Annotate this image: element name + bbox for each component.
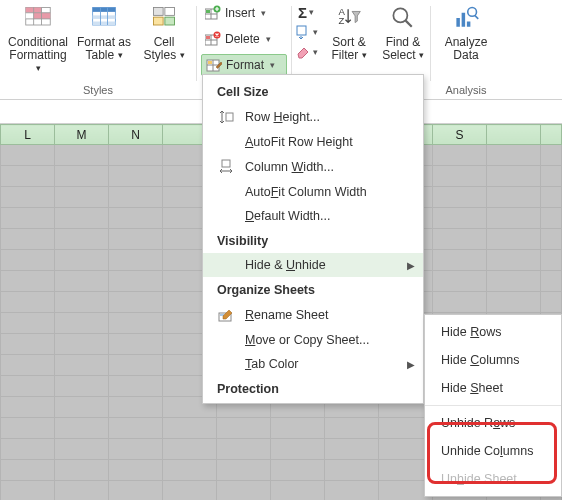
col-N[interactable]: N (109, 125, 163, 145)
label: AutoFit Column Width (245, 185, 367, 199)
chevron-down-icon: ▾ (270, 60, 275, 70)
sigma-icon: Σ (298, 4, 307, 21)
svg-rect-17 (165, 8, 175, 16)
menu-tab-color[interactable]: Tab Color ▶ (203, 352, 423, 376)
label: Hide Rows (441, 325, 501, 339)
fill-button[interactable]: ▾ (294, 22, 318, 42)
submenu-hide-sheet[interactable]: Hide Sheet (425, 374, 561, 402)
analyze-data-button[interactable]: AnalyzeData (437, 2, 495, 64)
eraser-icon (295, 44, 311, 60)
label: Insert (225, 6, 255, 20)
menu-header-organize: Organize Sheets (203, 277, 423, 302)
menu-row-height[interactable]: Row Height... (203, 104, 423, 130)
insert-button[interactable]: Insert ▾ (201, 2, 287, 24)
label: Hide & Unhide (245, 258, 326, 272)
submenu-hide-columns[interactable]: Hide Columns (425, 346, 561, 374)
format-as-table-button[interactable]: Format asTable ▾ (73, 2, 135, 64)
label: Unhide Columns (441, 444, 533, 458)
col-S[interactable]: S (433, 125, 487, 145)
svg-rect-23 (206, 10, 210, 13)
delete-cells-icon (205, 31, 221, 47)
svg-rect-40 (467, 22, 471, 27)
col-M[interactable]: M (55, 125, 109, 145)
format-as-table-icon (90, 4, 118, 32)
column-width-icon (217, 159, 235, 175)
col-blank[interactable] (541, 125, 562, 145)
menu-hide-unhide[interactable]: Hide & Unhide ▶ (203, 253, 423, 277)
label: AnalyzeData (445, 35, 488, 62)
svg-rect-5 (42, 13, 51, 19)
svg-text:Z: Z (339, 15, 345, 26)
menu-default-width[interactable]: Default Width... (203, 204, 423, 228)
svg-rect-38 (456, 18, 460, 27)
format-menu: Cell Size Row Height... AutoFit Row Heig… (202, 74, 424, 404)
label: Column Width... (245, 160, 334, 174)
label: Format asTable (77, 35, 131, 62)
submenu-unhide-columns[interactable]: Unhide Columns (425, 437, 561, 465)
label: Rename Sheet (245, 308, 328, 322)
label: ConditionalFormatting (8, 35, 68, 62)
find-select-button[interactable]: Find &Select ▾ (378, 2, 428, 64)
menu-autofit-row[interactable]: AutoFit Row Height (203, 130, 423, 154)
menu-rename-sheet[interactable]: Rename Sheet (203, 302, 423, 328)
row-height-icon (217, 109, 235, 125)
svg-rect-13 (93, 22, 116, 26)
svg-rect-34 (297, 26, 306, 35)
menu-header-protection: Protection (203, 376, 423, 401)
find-icon (389, 4, 417, 32)
submenu-arrow-icon: ▶ (407, 260, 415, 271)
label: CellStyles (143, 35, 176, 62)
col-L[interactable]: L (1, 125, 55, 145)
conditional-formatting-button[interactable]: ConditionalFormatting ▾ (7, 2, 69, 77)
menu-header-cell-size: Cell Size (203, 79, 423, 104)
label: Hide Columns (441, 353, 520, 367)
chevron-down-icon: ▾ (261, 8, 266, 18)
svg-rect-28 (206, 36, 210, 39)
menu-column-width[interactable]: Column Width... (203, 154, 423, 180)
analysis-group-label: Analysis (446, 83, 487, 99)
sort-filter-button[interactable]: AZ Sort &Filter ▾ (324, 2, 374, 64)
cell-styles-icon (150, 4, 178, 32)
label: Unhide Rows (441, 416, 515, 430)
svg-rect-3 (26, 13, 34, 19)
label: Find &Select (382, 35, 420, 62)
delete-button[interactable]: Delete ▾ (201, 28, 287, 50)
svg-rect-2 (34, 8, 42, 13)
submenu-unhide-rows[interactable]: Unhide Rows (425, 409, 561, 437)
hide-unhide-submenu: Hide Rows Hide Columns Hide Sheet Unhide… (424, 314, 562, 497)
svg-rect-4 (34, 13, 42, 19)
svg-rect-33 (208, 61, 212, 64)
submenu-hide-rows[interactable]: Hide Rows (425, 318, 561, 346)
label: Hide Sheet (441, 381, 503, 395)
chevron-down-icon: ▾ (309, 7, 314, 17)
label: Delete (225, 32, 260, 46)
col-blank[interactable] (487, 125, 541, 145)
clear-button[interactable]: ▾ (294, 42, 318, 62)
format-button[interactable]: Format ▾ (201, 54, 287, 76)
submenu-arrow-icon: ▶ (407, 359, 415, 370)
label: Tab Color (245, 357, 299, 371)
svg-point-37 (393, 8, 407, 22)
cell-styles-button[interactable]: CellStyles ▾ (139, 2, 189, 64)
conditional-formatting-icon (24, 4, 52, 32)
menu-move-copy[interactable]: Move or Copy Sheet... (203, 328, 423, 352)
chevron-down-icon: ▾ (313, 27, 318, 37)
svg-rect-12 (93, 15, 116, 19)
format-cells-icon (206, 57, 222, 73)
rename-sheet-icon (217, 307, 235, 323)
autosum-button[interactable]: Σ ▾ (294, 2, 318, 22)
svg-rect-42 (226, 113, 233, 121)
svg-rect-1 (26, 8, 34, 13)
menu-autofit-col[interactable]: AutoFit Column Width (203, 180, 423, 204)
label: Move or Copy Sheet... (245, 333, 369, 347)
label: Format (226, 58, 264, 72)
label: Default Width... (245, 209, 330, 223)
menu-header-visibility: Visibility (203, 228, 423, 253)
label: Row Height... (245, 110, 320, 124)
sort-filter-icon: AZ (335, 4, 363, 32)
insert-cells-icon (205, 5, 221, 21)
analysis-group: AnalyzeData Analysis (431, 0, 501, 99)
submenu-unhide-sheet: Unhide Sheet... (425, 465, 561, 493)
svg-rect-18 (154, 17, 164, 25)
svg-rect-39 (462, 13, 466, 27)
